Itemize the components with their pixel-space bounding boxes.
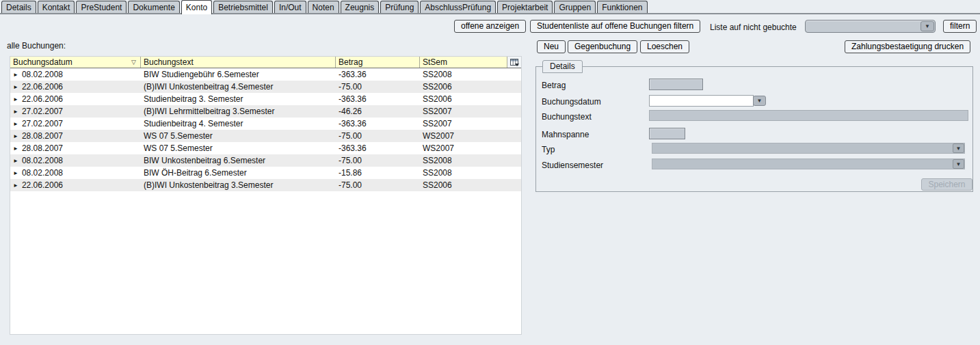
row-expand-arrow-icon[interactable]: ► xyxy=(13,121,18,127)
mahnspanne-field[interactable] xyxy=(649,128,685,139)
buchungstext-field[interactable] xyxy=(649,110,968,121)
table-row[interactable]: ►28.08.2007WS 07 5.Semester-75.00WS2007 xyxy=(10,130,521,142)
tab-bar: DetailsKontaktPreStudentDokumenteKontoBe… xyxy=(0,1,980,14)
row-expand-arrow-icon[interactable]: ► xyxy=(13,133,18,139)
row-expand-arrow-icon[interactable]: ► xyxy=(13,109,18,115)
table-row[interactable]: ►08.02.2008BIW Studiengebühr 6.Semester-… xyxy=(10,68,521,81)
tab-betriebsmittel[interactable]: Betriebsmittel xyxy=(213,1,273,13)
filtern-button[interactable]: filtern xyxy=(943,20,977,33)
details-panel: Details Betrag Buchungsdatum ▼ Buchungst… xyxy=(535,66,973,192)
tab-in-out[interactable]: In/Out xyxy=(274,1,306,13)
tab-details[interactable]: Details xyxy=(1,1,36,13)
betrag-label: Betrag xyxy=(542,81,566,90)
typ-dropdown[interactable]: ▼ xyxy=(652,143,965,154)
row-expand-arrow-icon[interactable]: ► xyxy=(13,182,18,189)
cell-stsem: SS2006 xyxy=(420,180,507,190)
table-row[interactable]: ►08.02.2008BIW Unkostenbeitrag 6.Semeste… xyxy=(10,154,521,167)
mahnspanne-label: Mahnspanne xyxy=(542,130,589,139)
chevron-down-icon[interactable]: ▼ xyxy=(921,21,934,31)
table-row[interactable]: ►28.08.2007WS 07 5.Semester-363.36WS2007 xyxy=(10,142,521,154)
cell-betrag: -363.36 xyxy=(336,119,420,128)
buchungsdatum-value: 27.02.2007 xyxy=(22,119,63,128)
chevron-down-icon[interactable]: ▼ xyxy=(953,159,964,169)
column-header-stsem[interactable]: StSem xyxy=(420,57,507,68)
tab-abschlussprüfung[interactable]: AbschlussPrüfung xyxy=(420,1,496,13)
cell-betrag: -75.00 xyxy=(336,180,420,190)
loeschen-button[interactable]: Loeschen xyxy=(640,40,689,53)
details-panel-title: Details xyxy=(542,60,583,73)
bookings-table-body: ►08.02.2008BIW Studiengebühr 6.Semester-… xyxy=(10,68,521,191)
column-header-label: StSem xyxy=(423,57,447,67)
column-header-label: Buchungstext xyxy=(144,57,194,67)
studentenliste-filtern-button[interactable]: Studentenliste auf offene Buchungen filt… xyxy=(530,20,700,33)
buchungsdatum-value: 08.02.2008 xyxy=(22,156,63,165)
buchungsdatum-value: 22.06.2006 xyxy=(22,180,63,190)
cell-buchungstext: (B)IWI Lehrmittelbeitrag 3.Semester xyxy=(141,107,336,116)
table-row[interactable]: ►22.06.2006(B)IWI Unkostenbeitrag 3.Seme… xyxy=(10,179,521,191)
tab-prestudent[interactable]: PreStudent xyxy=(76,1,127,13)
table-row[interactable]: ►08.02.2008BIW ÖH-Beitrag 6.Semester-15.… xyxy=(10,167,521,179)
cell-buchungsdatum: ►27.02.2007 xyxy=(10,107,141,116)
studiensemester-label: Studiensemester xyxy=(542,161,603,170)
cell-stsem: SS2006 xyxy=(420,94,507,104)
cell-betrag: -15.86 xyxy=(336,168,420,178)
cell-buchungstext: WS 07 5.Semester xyxy=(141,131,336,141)
row-expand-arrow-icon[interactable]: ► xyxy=(13,72,18,78)
tab-kontakt[interactable]: Kontakt xyxy=(38,1,75,13)
row-expand-arrow-icon[interactable]: ► xyxy=(13,96,18,102)
betrag-field[interactable] xyxy=(649,79,703,90)
sort-descending-icon[interactable]: ▽ xyxy=(131,59,136,66)
cell-buchungstext: BIW Studiengebühr 6.Semester xyxy=(141,70,336,79)
column-header-buchungsdatum[interactable]: Buchungsdatum ▽ xyxy=(10,57,141,68)
chevron-down-icon[interactable]: ▼ xyxy=(753,96,766,106)
cell-betrag: -46.26 xyxy=(336,107,420,116)
liste-nicht-gebuchte-label: Liste auf nicht gebuchte xyxy=(710,23,797,32)
cell-buchungsdatum: ►22.06.2006 xyxy=(10,94,141,104)
tab-projektarbeit[interactable]: Projektarbeit xyxy=(497,1,553,13)
buchungsdatum-combobox[interactable]: ▼ xyxy=(649,95,766,107)
column-header-buchungstext[interactable]: Buchungstext xyxy=(141,57,336,68)
cell-betrag: -363.36 xyxy=(336,70,420,79)
tab-prüfung[interactable]: Prüfung xyxy=(380,1,419,13)
nicht-gebuchte-combobox[interactable]: ▼ xyxy=(805,20,936,33)
speichern-button[interactable]: Speichern xyxy=(921,178,972,191)
typ-label: Typ xyxy=(542,145,555,154)
column-header-betrag[interactable]: Betrag xyxy=(336,57,420,68)
cell-buchungstext: Studienbeitrag 4. Semester xyxy=(141,119,336,128)
cell-stsem: SS2008 xyxy=(420,156,507,165)
offene-anzeigen-button[interactable]: offene anzeigen xyxy=(454,20,526,33)
tab-gruppen[interactable]: Gruppen xyxy=(554,1,596,13)
table-row[interactable]: ►27.02.2007Studienbeitrag 4. Semester-36… xyxy=(10,118,521,130)
cell-stsem: WS2007 xyxy=(420,143,507,153)
studiensemester-dropdown[interactable]: ▼ xyxy=(652,158,965,169)
tab-konto[interactable]: Konto xyxy=(181,0,212,14)
row-expand-arrow-icon[interactable]: ► xyxy=(13,170,18,176)
buchungsdatum-field[interactable] xyxy=(649,95,754,107)
column-config-button[interactable] xyxy=(507,57,521,68)
cell-stsem: WS2007 xyxy=(420,131,507,141)
table-row[interactable]: ►27.02.2007(B)IWI Lehrmittelbeitrag 3.Se… xyxy=(10,105,521,118)
cell-betrag: -75.00 xyxy=(336,156,420,165)
table-row[interactable]: ►22.06.2006Studienbeitrag 3. Semester-36… xyxy=(10,93,521,105)
zahlungsbestaetigung-drucken-button[interactable]: Zahlungsbestaetigung drucken xyxy=(845,40,970,53)
buchungsdatum-value: 08.02.2008 xyxy=(22,168,63,178)
buchungsdatum-label: Buchungsdatum xyxy=(542,97,601,107)
gegenbuchung-button[interactable]: Gegenbuchung xyxy=(568,40,637,53)
neu-button[interactable]: Neu xyxy=(537,40,566,53)
chevron-down-icon[interactable]: ▼ xyxy=(953,143,964,153)
row-expand-arrow-icon[interactable]: ► xyxy=(13,158,18,164)
studiensemester-dropdown-value xyxy=(652,159,953,169)
cell-buchungstext: BIW ÖH-Beitrag 6.Semester xyxy=(141,168,336,178)
cell-buchungsdatum: ►22.06.2006 xyxy=(10,180,141,190)
table-row[interactable]: ►22.06.2006(B)IWI Unkostenbeitrag 4.Seme… xyxy=(10,81,521,93)
tab-zeugnis[interactable]: Zeugnis xyxy=(341,1,380,13)
cell-betrag: -363.36 xyxy=(336,94,420,104)
cell-betrag: -363.36 xyxy=(336,143,420,153)
cell-buchungsdatum: ►28.08.2007 xyxy=(10,131,141,141)
row-expand-arrow-icon[interactable]: ► xyxy=(13,146,18,152)
row-expand-arrow-icon[interactable]: ► xyxy=(13,84,18,90)
tab-dokumente[interactable]: Dokumente xyxy=(128,1,179,13)
tab-funktionen[interactable]: Funktionen xyxy=(597,1,647,13)
buchungsdatum-value: 27.02.2007 xyxy=(22,107,63,116)
tab-noten[interactable]: Noten xyxy=(308,1,339,13)
